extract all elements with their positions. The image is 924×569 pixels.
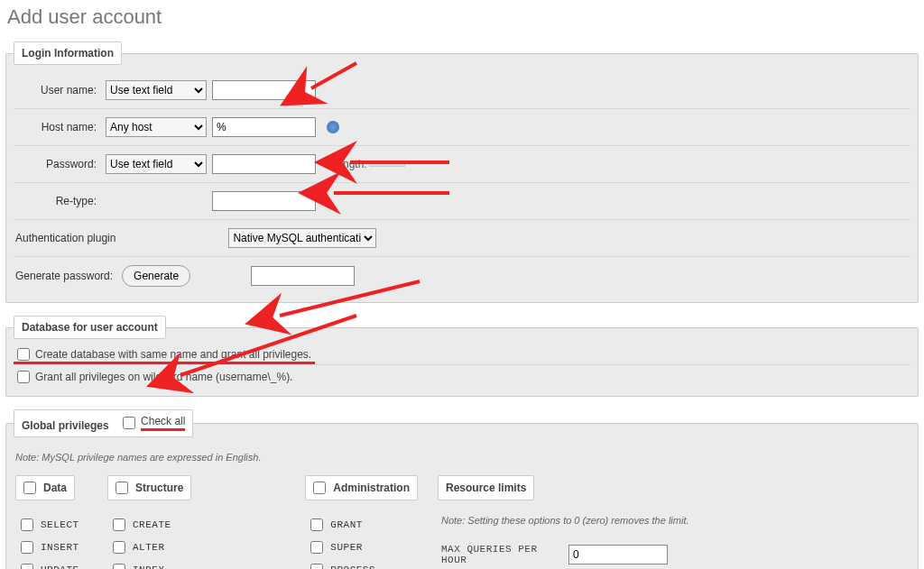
- priv-alter: ALTER: [107, 536, 285, 558]
- strength-label: Strength:: [323, 158, 367, 170]
- retype-label: Re-type:: [14, 195, 100, 207]
- grant-wildcard-checkbox[interactable]: [17, 371, 30, 383]
- username-label: User name:: [14, 84, 100, 96]
- data-head: Data: [15, 475, 75, 500]
- login-information-legend: Login Information: [14, 41, 122, 65]
- auth-plugin-select[interactable]: Native MySQL authentication: [228, 228, 376, 248]
- resource-note: Note: Setting these options to 0 (zero) …: [441, 515, 689, 526]
- auth-plugin-label: Authentication plugin: [14, 232, 119, 244]
- admin-check-all[interactable]: [313, 482, 326, 494]
- hostname-input[interactable]: [212, 117, 316, 137]
- priv-grant-checkbox[interactable]: [310, 519, 323, 531]
- global-privileges-legend: Global privileges Check all: [14, 409, 193, 437]
- database-fieldset: Database for user account Create databas…: [5, 316, 919, 397]
- hostname-mode-select[interactable]: Any host: [106, 117, 207, 137]
- create-db-checkbox[interactable]: [17, 348, 30, 361]
- strength-indicator: Strength:: [323, 158, 405, 170]
- password-label: Password:: [14, 158, 100, 170]
- data-check-all[interactable]: [23, 482, 36, 494]
- grant-wildcard-label[interactable]: Grant all privileges on wildcard name (u…: [35, 371, 292, 383]
- password-row: Password: Use text field Strength:: [14, 145, 910, 182]
- hostname-row: Host name: Any host: [14, 108, 910, 145]
- generated-password-input[interactable]: [251, 266, 355, 286]
- priv-process: PROCESS: [305, 558, 418, 569]
- priv-process-checkbox[interactable]: [310, 564, 323, 570]
- priv-create-checkbox[interactable]: [113, 519, 125, 531]
- retype-row: Re-type:: [14, 182, 910, 219]
- generate-button[interactable]: Generate: [122, 265, 190, 287]
- login-information-fieldset: Login Information User name: Use text fi…: [5, 41, 919, 303]
- help-icon[interactable]: [327, 121, 339, 133]
- username-mode-select[interactable]: Use text field: [106, 80, 207, 100]
- grant-wildcard-option-row: Grant all privileges on wildcard name (u…: [14, 364, 910, 389]
- structure-check-all[interactable]: [116, 482, 128, 494]
- priv-insert: INSERT: [15, 536, 88, 558]
- username-input[interactable]: [212, 80, 316, 100]
- priv-update: UPDATE: [15, 558, 88, 569]
- priv-grant: GRANT: [305, 513, 418, 536]
- create-db-label[interactable]: Create database with same name and grant…: [35, 348, 311, 361]
- database-legend: Database for user account: [14, 316, 166, 339]
- strength-bar: [369, 161, 405, 167]
- structure-privileges: Structure CREATE ALTER INDEX DROP CREATE…: [107, 475, 285, 569]
- admin-privileges: Administration GRANT SUPER PROCESS RELOA…: [305, 475, 418, 569]
- retype-input[interactable]: [212, 191, 316, 211]
- hostname-label: Host name:: [14, 121, 100, 133]
- resource-head: Resource limits: [438, 475, 534, 500]
- generate-password-label: Generate password:: [14, 270, 116, 282]
- page-title: Add user account: [7, 5, 917, 29]
- max-queries-row: MAX QUERIES PER HOUR: [438, 538, 693, 569]
- priv-super-checkbox[interactable]: [310, 541, 323, 554]
- priv-alter-checkbox[interactable]: [113, 541, 125, 554]
- priv-index: INDEX: [107, 558, 285, 569]
- admin-head: Administration: [305, 475, 418, 500]
- max-queries-label: MAX QUERIES PER HOUR: [441, 544, 563, 565]
- priv-select: SELECT: [15, 513, 88, 536]
- priv-insert-checkbox[interactable]: [21, 541, 33, 554]
- structure-head: Structure: [107, 475, 191, 500]
- resource-limits: Resource limits Note: Setting these opti…: [438, 475, 693, 569]
- username-row: User name: Use text field: [14, 72, 910, 108]
- privilege-note: Note: MySQL privilege names are expresse…: [15, 452, 909, 463]
- max-queries-input[interactable]: [568, 545, 668, 564]
- check-all-checkbox[interactable]: [123, 417, 135, 429]
- password-input[interactable]: [212, 154, 316, 174]
- generate-password-row: Generate password: Generate: [14, 256, 910, 295]
- priv-select-checkbox[interactable]: [21, 519, 33, 531]
- password-mode-select[interactable]: Use text field: [106, 154, 207, 174]
- create-db-option-row: Create database with same name and grant…: [14, 346, 315, 364]
- priv-update-checkbox[interactable]: [21, 564, 33, 570]
- priv-index-checkbox[interactable]: [113, 564, 125, 570]
- auth-plugin-row: Authentication plugin Native MySQL authe…: [14, 219, 910, 256]
- priv-create: CREATE: [107, 513, 285, 536]
- priv-super: SUPER: [305, 536, 418, 558]
- check-all-label[interactable]: Check all: [141, 415, 185, 431]
- data-privileges: Data SELECT INSERT UPDATE DELETE: [15, 475, 88, 569]
- global-privileges-fieldset: Global privileges Check all Note: MySQL …: [5, 409, 919, 569]
